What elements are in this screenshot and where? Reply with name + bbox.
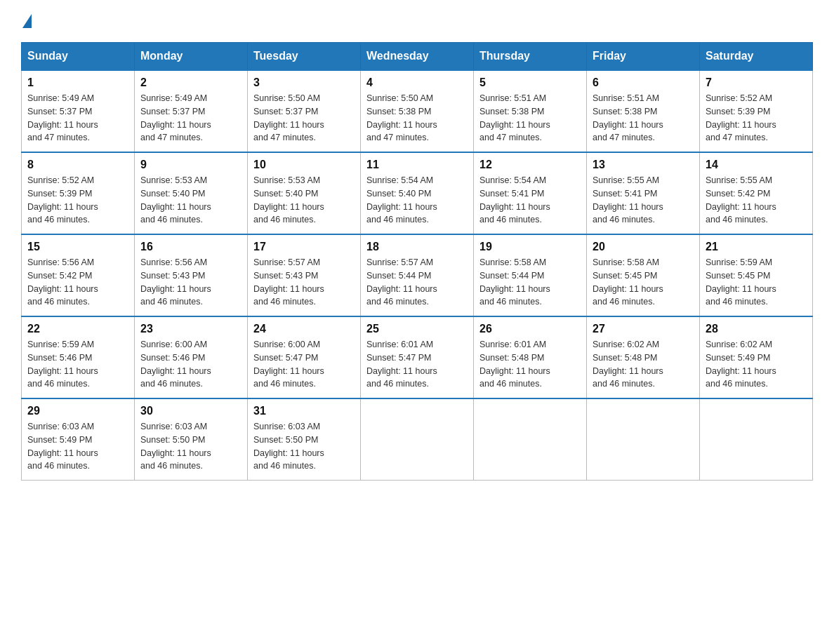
day-number: 22	[27, 323, 128, 335]
calendar-day-cell: 10 Sunrise: 5:53 AMSunset: 5:40 PMDaylig…	[248, 152, 361, 234]
day-number: 24	[253, 323, 355, 335]
day-of-week-header: Wednesday	[361, 43, 474, 71]
day-number: 15	[27, 241, 128, 253]
day-number: 16	[140, 241, 241, 253]
day-info: Sunrise: 5:54 AMSunset: 5:40 PMDaylight:…	[366, 174, 468, 227]
calendar-day-cell: 9 Sunrise: 5:53 AMSunset: 5:40 PMDayligh…	[135, 152, 248, 234]
day-number: 21	[706, 241, 807, 253]
day-number: 19	[479, 241, 581, 253]
day-number: 8	[27, 159, 128, 171]
day-number: 18	[366, 241, 468, 253]
day-number: 25	[366, 323, 468, 335]
day-info: Sunrise: 5:58 AMSunset: 5:45 PMDaylight:…	[593, 256, 694, 309]
day-number: 27	[593, 323, 694, 335]
day-number: 1	[27, 76, 128, 89]
day-info: Sunrise: 5:59 AMSunset: 5:46 PMDaylight:…	[27, 338, 128, 391]
calendar-day-cell: 17 Sunrise: 5:57 AMSunset: 5:43 PMDaylig…	[248, 234, 361, 316]
calendar-day-cell: 25 Sunrise: 6:01 AMSunset: 5:47 PMDaylig…	[361, 316, 474, 398]
calendar-day-cell: 5 Sunrise: 5:51 AMSunset: 5:38 PMDayligh…	[474, 70, 587, 152]
day-info: Sunrise: 5:55 AMSunset: 5:41 PMDaylight:…	[593, 174, 694, 227]
day-info: Sunrise: 6:03 AMSunset: 5:50 PMDaylight:…	[253, 420, 355, 473]
calendar-day-cell: 31 Sunrise: 6:03 AMSunset: 5:50 PMDaylig…	[248, 398, 361, 481]
calendar-day-cell: 14 Sunrise: 5:55 AMSunset: 5:42 PMDaylig…	[700, 152, 813, 234]
calendar-day-cell	[700, 398, 813, 481]
day-info: Sunrise: 6:03 AMSunset: 5:50 PMDaylight:…	[140, 420, 241, 473]
calendar-day-cell: 28 Sunrise: 6:02 AMSunset: 5:49 PMDaylig…	[700, 316, 813, 398]
calendar-day-cell: 18 Sunrise: 5:57 AMSunset: 5:44 PMDaylig…	[361, 234, 474, 316]
calendar-day-cell: 29 Sunrise: 6:03 AMSunset: 5:49 PMDaylig…	[22, 398, 135, 481]
calendar-day-cell: 23 Sunrise: 6:00 AMSunset: 5:46 PMDaylig…	[135, 316, 248, 398]
day-number: 3	[253, 76, 355, 89]
day-info: Sunrise: 5:57 AMSunset: 5:44 PMDaylight:…	[366, 256, 468, 309]
day-number: 13	[593, 159, 694, 171]
day-info: Sunrise: 5:57 AMSunset: 5:43 PMDaylight:…	[253, 256, 355, 309]
day-of-week-header: Monday	[135, 43, 248, 71]
calendar-day-cell: 6 Sunrise: 5:51 AMSunset: 5:38 PMDayligh…	[587, 70, 700, 152]
calendar-week-row: 15 Sunrise: 5:56 AMSunset: 5:42 PMDaylig…	[22, 234, 813, 316]
calendar-day-cell: 2 Sunrise: 5:49 AMSunset: 5:37 PMDayligh…	[135, 70, 248, 152]
day-info: Sunrise: 6:01 AMSunset: 5:47 PMDaylight:…	[366, 338, 468, 391]
day-info: Sunrise: 5:50 AMSunset: 5:38 PMDaylight:…	[366, 92, 468, 145]
logo	[21, 14, 32, 29]
day-number: 26	[479, 323, 581, 335]
day-info: Sunrise: 5:56 AMSunset: 5:43 PMDaylight:…	[140, 256, 241, 309]
calendar-header-row: SundayMondayTuesdayWednesdayThursdayFrid…	[22, 43, 813, 71]
day-number: 9	[140, 159, 241, 171]
day-info: Sunrise: 6:00 AMSunset: 5:46 PMDaylight:…	[140, 338, 241, 391]
day-number: 29	[27, 405, 128, 417]
day-info: Sunrise: 5:49 AMSunset: 5:37 PMDaylight:…	[140, 92, 241, 145]
calendar-day-cell	[361, 398, 474, 481]
day-info: Sunrise: 6:01 AMSunset: 5:48 PMDaylight:…	[479, 338, 581, 391]
day-info: Sunrise: 5:56 AMSunset: 5:42 PMDaylight:…	[27, 256, 128, 309]
calendar-day-cell: 19 Sunrise: 5:58 AMSunset: 5:44 PMDaylig…	[474, 234, 587, 316]
day-number: 28	[706, 323, 807, 335]
calendar-day-cell: 12 Sunrise: 5:54 AMSunset: 5:41 PMDaylig…	[474, 152, 587, 234]
calendar-day-cell: 11 Sunrise: 5:54 AMSunset: 5:40 PMDaylig…	[361, 152, 474, 234]
day-of-week-header: Sunday	[22, 43, 135, 71]
day-number: 23	[140, 323, 241, 335]
day-info: Sunrise: 5:54 AMSunset: 5:41 PMDaylight:…	[479, 174, 581, 227]
calendar-day-cell: 8 Sunrise: 5:52 AMSunset: 5:39 PMDayligh…	[22, 152, 135, 234]
day-info: Sunrise: 5:51 AMSunset: 5:38 PMDaylight:…	[479, 92, 581, 145]
calendar-day-cell	[474, 398, 587, 481]
calendar-day-cell	[587, 398, 700, 481]
day-info: Sunrise: 5:55 AMSunset: 5:42 PMDaylight:…	[706, 174, 807, 227]
day-of-week-header: Friday	[587, 43, 700, 71]
calendar-day-cell: 22 Sunrise: 5:59 AMSunset: 5:46 PMDaylig…	[22, 316, 135, 398]
day-info: Sunrise: 6:02 AMSunset: 5:48 PMDaylight:…	[593, 338, 694, 391]
day-info: Sunrise: 5:50 AMSunset: 5:37 PMDaylight:…	[253, 92, 355, 145]
day-number: 31	[253, 405, 355, 417]
calendar-day-cell: 30 Sunrise: 6:03 AMSunset: 5:50 PMDaylig…	[135, 398, 248, 481]
day-info: Sunrise: 5:52 AMSunset: 5:39 PMDaylight:…	[27, 174, 128, 227]
calendar-week-row: 8 Sunrise: 5:52 AMSunset: 5:39 PMDayligh…	[22, 152, 813, 234]
day-number: 11	[366, 159, 468, 171]
calendar-day-cell: 16 Sunrise: 5:56 AMSunset: 5:43 PMDaylig…	[135, 234, 248, 316]
day-info: Sunrise: 5:52 AMSunset: 5:39 PMDaylight:…	[706, 92, 807, 145]
calendar-day-cell: 13 Sunrise: 5:55 AMSunset: 5:41 PMDaylig…	[587, 152, 700, 234]
calendar-day-cell: 21 Sunrise: 5:59 AMSunset: 5:45 PMDaylig…	[700, 234, 813, 316]
day-number: 12	[479, 159, 581, 171]
calendar-day-cell: 26 Sunrise: 6:01 AMSunset: 5:48 PMDaylig…	[474, 316, 587, 398]
calendar-day-cell: 3 Sunrise: 5:50 AMSunset: 5:37 PMDayligh…	[248, 70, 361, 152]
day-info: Sunrise: 5:58 AMSunset: 5:44 PMDaylight:…	[479, 256, 581, 309]
day-info: Sunrise: 6:03 AMSunset: 5:49 PMDaylight:…	[27, 420, 128, 473]
calendar-day-cell: 15 Sunrise: 5:56 AMSunset: 5:42 PMDaylig…	[22, 234, 135, 316]
calendar-table: SundayMondayTuesdayWednesdayThursdayFrid…	[21, 42, 813, 481]
calendar-week-row: 29 Sunrise: 6:03 AMSunset: 5:49 PMDaylig…	[22, 398, 813, 481]
day-info: Sunrise: 5:53 AMSunset: 5:40 PMDaylight:…	[253, 174, 355, 227]
day-number: 17	[253, 241, 355, 253]
day-of-week-header: Tuesday	[248, 43, 361, 71]
calendar-day-cell: 24 Sunrise: 6:00 AMSunset: 5:47 PMDaylig…	[248, 316, 361, 398]
day-number: 4	[366, 76, 468, 89]
calendar-day-cell: 27 Sunrise: 6:02 AMSunset: 5:48 PMDaylig…	[587, 316, 700, 398]
day-number: 5	[479, 76, 581, 89]
day-of-week-header: Saturday	[700, 43, 813, 71]
calendar-day-cell: 1 Sunrise: 5:49 AMSunset: 5:37 PMDayligh…	[22, 70, 135, 152]
day-number: 6	[593, 76, 694, 89]
calendar-day-cell: 20 Sunrise: 5:58 AMSunset: 5:45 PMDaylig…	[587, 234, 700, 316]
day-number: 2	[140, 76, 241, 89]
day-of-week-header: Thursday	[474, 43, 587, 71]
day-number: 14	[706, 159, 807, 171]
day-info: Sunrise: 6:02 AMSunset: 5:49 PMDaylight:…	[706, 338, 807, 391]
calendar-week-row: 1 Sunrise: 5:49 AMSunset: 5:37 PMDayligh…	[22, 70, 813, 152]
